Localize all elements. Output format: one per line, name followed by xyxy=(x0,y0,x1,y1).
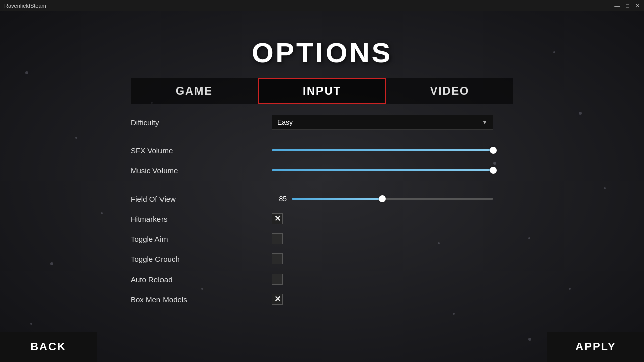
tab-game[interactable]: GAME xyxy=(131,78,258,104)
toggle-crouch-control xyxy=(272,253,513,264)
spacer-1 xyxy=(131,133,513,141)
music-volume-row: Music Volume xyxy=(131,161,513,179)
fov-value: 85 xyxy=(272,195,287,203)
auto-reload-checkbox[interactable] xyxy=(272,274,283,285)
hitmarkers-check-icon: ✕ xyxy=(274,215,281,223)
spacer-2 xyxy=(131,182,513,190)
sfx-slider-container xyxy=(272,149,493,151)
sfx-volume-label: SFX Volume xyxy=(131,146,272,155)
tab-bar: GAME INPUT VIDEO xyxy=(131,78,513,104)
music-volume-label: Music Volume xyxy=(131,166,272,175)
toggle-aim-row: Toggle Aim xyxy=(131,230,513,248)
sfx-volume-control xyxy=(272,149,513,151)
difficulty-label: Difficulty xyxy=(131,118,272,127)
page-title: OPTIONS xyxy=(252,36,392,69)
fov-label: Field Of View xyxy=(131,195,272,203)
music-slider-fill xyxy=(272,169,493,171)
tab-input[interactable]: INPUT xyxy=(258,78,386,104)
box-men-models-checkbox[interactable]: ✕ xyxy=(272,294,283,305)
sfx-slider-track[interactable] xyxy=(272,149,493,151)
toggle-aim-label: Toggle Aim xyxy=(131,235,272,243)
main-content: OPTIONS GAME INPUT VIDEO Difficulty Easy… xyxy=(0,11,644,362)
toggle-crouch-row: Toggle Crouch xyxy=(131,250,513,268)
difficulty-dropdown[interactable]: Easy ▼ xyxy=(272,115,493,130)
fov-control: 85 xyxy=(272,195,513,203)
minimize-button[interactable]: — xyxy=(614,3,620,9)
sfx-volume-row: SFX Volume xyxy=(131,141,513,159)
box-men-models-control: ✕ xyxy=(272,294,513,305)
apply-button[interactable]: APPLY xyxy=(547,332,644,362)
music-slider-thumb[interactable] xyxy=(490,167,497,174)
auto-reload-control xyxy=(272,274,513,285)
toggle-aim-control xyxy=(272,233,513,244)
close-button[interactable]: ✕ xyxy=(635,3,640,9)
hitmarkers-row: Hitmarkers ✕ xyxy=(131,210,513,228)
sfx-slider-thumb[interactable] xyxy=(490,147,497,154)
box-men-models-check-icon: ✕ xyxy=(274,295,281,303)
difficulty-row: Difficulty Easy ▼ xyxy=(131,113,513,131)
toggle-crouch-label: Toggle Crouch xyxy=(131,255,272,263)
fov-slider-thumb[interactable] xyxy=(379,195,386,202)
auto-reload-row: Auto Reload xyxy=(131,270,513,288)
sfx-slider-fill xyxy=(272,149,493,151)
hitmarkers-checkbox[interactable]: ✕ xyxy=(272,213,283,224)
hitmarkers-label: Hitmarkers xyxy=(131,215,272,223)
toggle-crouch-checkbox[interactable] xyxy=(272,253,283,264)
auto-reload-label: Auto Reload xyxy=(131,275,272,284)
fov-slider-fill xyxy=(292,198,382,200)
titlebar: RavenfieldSteam — □ ✕ xyxy=(0,0,644,11)
tab-video[interactable]: VIDEO xyxy=(386,78,513,104)
box-men-models-label: Box Men Models xyxy=(131,295,272,304)
window-controls: — □ ✕ xyxy=(614,3,640,9)
difficulty-value: Easy xyxy=(277,118,293,126)
music-slider-track[interactable] xyxy=(272,169,493,171)
maximize-button[interactable]: □ xyxy=(626,3,629,9)
fov-slider-track[interactable] xyxy=(292,198,493,200)
dropdown-arrow-icon: ▼ xyxy=(481,119,488,126)
window-title: RavenfieldSteam xyxy=(4,3,46,9)
difficulty-control: Easy ▼ xyxy=(272,115,513,130)
hitmarkers-control: ✕ xyxy=(272,213,513,224)
box-men-models-row: Box Men Models ✕ xyxy=(131,290,513,308)
back-button[interactable]: BACK xyxy=(0,332,97,362)
fov-slider-container: 85 xyxy=(272,195,493,203)
music-volume-control xyxy=(272,169,513,171)
settings-panel: Difficulty Easy ▼ SFX Volume xyxy=(131,113,513,310)
bottom-bar: BACK APPLY xyxy=(0,332,644,362)
music-slider-container xyxy=(272,169,493,171)
fov-row: Field Of View 85 xyxy=(131,190,513,208)
toggle-aim-checkbox[interactable] xyxy=(272,233,283,244)
